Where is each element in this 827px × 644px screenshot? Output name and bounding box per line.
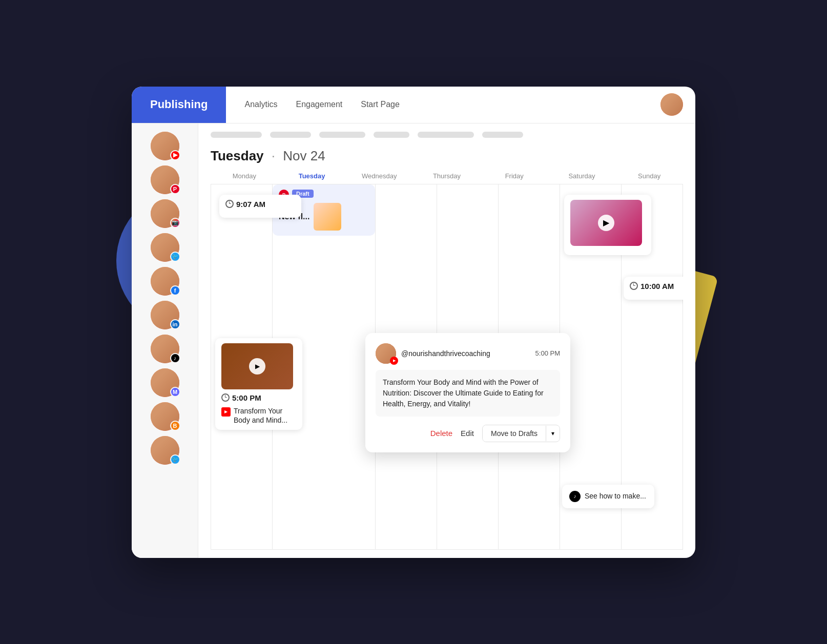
date-separator: · bbox=[272, 148, 275, 163]
outer-wrapper: Publishing Analytics Engagement Start Pa… bbox=[132, 87, 695, 558]
date-header: Tuesday · Nov 24 bbox=[211, 148, 683, 164]
twitter-badge: 🐦 bbox=[170, 252, 180, 262]
post-popup-card[interactable]: ▶ @nourishandthrivecoaching 5:00 PM Tran… bbox=[365, 333, 570, 452]
current-date: Nov 24 bbox=[283, 148, 325, 163]
week-grid: Monday Tuesday Wednesday Thursday Friday… bbox=[211, 172, 683, 550]
filter-bar bbox=[211, 132, 683, 138]
avatar-face bbox=[660, 93, 683, 116]
instagram-badge: 📷 bbox=[170, 218, 180, 228]
popup-username: @nourishandthrivecoaching bbox=[401, 349, 490, 358]
sidebar-account-twitter[interactable]: 🐦 bbox=[151, 233, 179, 262]
popup-user: ▶ @nourishandthrivecoaching bbox=[376, 343, 490, 364]
linkedin-badge: in bbox=[170, 319, 180, 329]
nav-startpage-tab[interactable]: Start Page bbox=[361, 98, 400, 111]
filter-pill-1 bbox=[211, 132, 262, 138]
monday-thumb: ▶ bbox=[221, 343, 293, 389]
day-label-sunday: Sunday bbox=[615, 172, 683, 180]
youtube-icon-sm: ▶ bbox=[221, 407, 231, 417]
popup-time: 5:00 PM bbox=[535, 349, 560, 357]
popup-yt-badge: ▶ bbox=[390, 357, 398, 365]
day-label-thursday: Thursday bbox=[413, 172, 481, 180]
monday-am-card[interactable]: 9:07 AM bbox=[219, 195, 301, 218]
popup-body-text: Transform Your Body and Mind with the Po… bbox=[376, 370, 560, 417]
monday-pm-card[interactable]: ▶ 5:00 PM ▶ Transform Your Body and Mind… bbox=[215, 338, 302, 430]
sidebar-account-blogger[interactable]: B bbox=[151, 402, 179, 431]
wednesday-column: ▶ @nourishandthrivecoaching 5:00 PM Tran… bbox=[376, 184, 437, 550]
pinterest-badge: P bbox=[170, 184, 180, 194]
calendar-area: Tuesday · Nov 24 Monday Tuesday Wednesda… bbox=[198, 123, 695, 558]
clock-icon-pm bbox=[221, 393, 230, 402]
week-body: 9:07 AM ▶ 5:00 PM bbox=[211, 184, 683, 550]
nav-analytics-tab[interactable]: Analytics bbox=[244, 98, 277, 111]
popup-header: ▶ @nourishandthrivecoaching 5:00 PM bbox=[376, 343, 560, 364]
user-avatar[interactable] bbox=[660, 93, 683, 116]
main-content: ▶ P 📷 🐦 f bbox=[132, 123, 695, 558]
tiktok-row: ♪ See how to make... bbox=[569, 491, 647, 502]
monday-am-time: 9:07 AM bbox=[225, 200, 295, 209]
sidebar-account-mastodon[interactable]: M bbox=[151, 368, 179, 397]
clock-icon bbox=[225, 200, 234, 208]
saturday-tiktok-card[interactable]: ♪ See how to make... bbox=[562, 485, 654, 508]
top-nav: Publishing Analytics Engagement Start Pa… bbox=[132, 87, 695, 123]
tiktok-badge: ♪ bbox=[170, 353, 180, 363]
blogger-badge: B bbox=[170, 421, 180, 431]
move-to-drafts-button[interactable]: Move to Drafts ▾ bbox=[482, 425, 560, 442]
play-button[interactable]: ▶ bbox=[249, 358, 265, 375]
nav-publishing-tab[interactable]: Publishing bbox=[132, 87, 226, 123]
twitter2-badge: 🐦 bbox=[170, 454, 180, 465]
day-label-friday: Friday bbox=[481, 172, 548, 180]
sidebar-account-twitter2[interactable]: 🐦 bbox=[151, 436, 179, 465]
edit-button[interactable]: Edit bbox=[461, 429, 474, 438]
filter-pill-5 bbox=[418, 132, 474, 138]
facebook-badge: f bbox=[170, 285, 180, 296]
current-day: Tuesday bbox=[211, 148, 264, 163]
saturday-image-card[interactable]: ▶ bbox=[564, 195, 651, 255]
sidebar-account-instagram[interactable]: 📷 bbox=[151, 199, 179, 228]
popup-actions: Delete Edit Move to Drafts ▾ bbox=[376, 425, 560, 442]
day-label-wednesday: Wednesday bbox=[345, 172, 413, 180]
nav-engagement-tab[interactable]: Engagement bbox=[296, 98, 342, 111]
saturday-thumb: ▶ bbox=[570, 200, 642, 246]
delete-button[interactable]: Delete bbox=[430, 429, 452, 438]
app-window: Publishing Analytics Engagement Start Pa… bbox=[132, 87, 695, 558]
day-label-saturday: Saturday bbox=[548, 172, 616, 180]
filter-pill-3 bbox=[319, 132, 365, 138]
monday-pm-title: Transform Your Body and Mind... bbox=[234, 406, 296, 425]
day-label-tuesday: Tuesday bbox=[278, 172, 346, 180]
sidebar-account-facebook[interactable]: f bbox=[151, 267, 179, 296]
popup-avatar: ▶ bbox=[376, 343, 396, 364]
nav-tabs: Analytics Engagement Start Page bbox=[226, 98, 660, 111]
day-label-monday: Monday bbox=[211, 172, 278, 180]
week-days-header: Monday Tuesday Wednesday Thursday Friday… bbox=[211, 172, 683, 184]
monday-pm-label-row: ▶ Transform Your Body and Mind... bbox=[221, 406, 296, 425]
saturday-play-btn: ▶ bbox=[598, 215, 614, 231]
clock-icon-sunday bbox=[630, 282, 638, 290]
filter-pill-6 bbox=[482, 132, 523, 138]
monday-column: 9:07 AM ▶ 5:00 PM bbox=[211, 184, 273, 550]
sidebar-account-linkedin[interactable]: in bbox=[151, 301, 179, 329]
tiktok-icon: ♪ bbox=[569, 491, 581, 502]
monday-pm-time: 5:00 PM bbox=[221, 393, 296, 402]
mastodon-badge: M bbox=[170, 387, 180, 397]
sidebar-account-pinterest[interactable]: P bbox=[151, 165, 179, 194]
sidebar-account-tiktok[interactable]: ♪ bbox=[151, 335, 179, 363]
youtube-badge: ▶ bbox=[170, 150, 180, 160]
move-to-drafts-arrow-button[interactable]: ▾ bbox=[546, 426, 560, 441]
sunday-am-time: 10:00 AM bbox=[630, 282, 683, 290]
sidebar: ▶ P 📷 🐦 f bbox=[132, 123, 198, 558]
draft-thumbnail bbox=[314, 203, 341, 231]
filter-pill-4 bbox=[374, 132, 409, 138]
move-to-drafts-main-button[interactable]: Move to Drafts bbox=[483, 425, 546, 442]
filter-pill-2 bbox=[270, 132, 311, 138]
sunday-am-card[interactable]: 10:00 AM bbox=[624, 277, 683, 300]
tiktok-title: See how to make... bbox=[585, 491, 646, 501]
sidebar-account-youtube[interactable]: ▶ bbox=[151, 132, 179, 160]
